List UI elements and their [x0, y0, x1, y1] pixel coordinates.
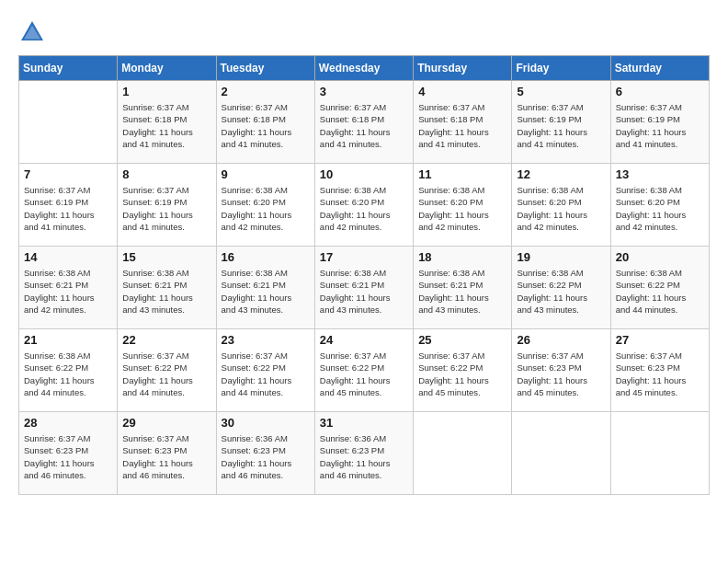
- day-number: 12: [517, 167, 605, 181]
- col-header-friday: Friday: [512, 56, 610, 81]
- day-number: 23: [222, 333, 310, 347]
- day-cell: [512, 412, 610, 495]
- day-cell: 2Sunrise: 6:37 AM Sunset: 6:18 PM Daylig…: [216, 81, 314, 164]
- calendar-body: 1Sunrise: 6:37 AM Sunset: 6:18 PM Daylig…: [19, 81, 710, 495]
- col-header-tuesday: Tuesday: [216, 56, 314, 81]
- day-info: Sunrise: 6:37 AM Sunset: 6:18 PM Dayligh…: [122, 101, 210, 150]
- day-cell: [414, 412, 512, 495]
- day-cell: 13Sunrise: 6:38 AM Sunset: 6:20 PM Dayli…: [610, 164, 709, 247]
- day-info: Sunrise: 6:37 AM Sunset: 6:23 PM Dayligh…: [24, 432, 112, 481]
- day-number: 24: [320, 333, 408, 347]
- page-header: [18, 18, 710, 46]
- day-info: Sunrise: 6:37 AM Sunset: 6:18 PM Dayligh…: [418, 101, 506, 150]
- day-info: Sunrise: 6:38 AM Sunset: 6:21 PM Dayligh…: [122, 267, 210, 316]
- day-number: 21: [24, 333, 112, 347]
- day-cell: [19, 81, 118, 164]
- day-info: Sunrise: 6:37 AM Sunset: 6:19 PM Dayligh…: [122, 184, 210, 233]
- day-info: Sunrise: 6:37 AM Sunset: 6:18 PM Dayligh…: [222, 101, 310, 150]
- day-cell: 17Sunrise: 6:38 AM Sunset: 6:21 PM Dayli…: [314, 247, 413, 329]
- col-header-monday: Monday: [118, 56, 216, 81]
- logo: [18, 18, 50, 46]
- day-info: Sunrise: 6:37 AM Sunset: 6:22 PM Dayligh…: [222, 350, 310, 398]
- day-cell: 23Sunrise: 6:37 AM Sunset: 6:22 PM Dayli…: [216, 329, 314, 412]
- day-info: Sunrise: 6:37 AM Sunset: 6:22 PM Dayligh…: [320, 350, 408, 398]
- day-info: Sunrise: 6:38 AM Sunset: 6:20 PM Dayligh…: [222, 184, 310, 233]
- calendar-table: SundayMondayTuesdayWednesdayThursdayFrid…: [18, 55, 710, 495]
- week-row-4: 21Sunrise: 6:38 AM Sunset: 6:22 PM Dayli…: [19, 329, 710, 412]
- day-info: Sunrise: 6:36 AM Sunset: 6:23 PM Dayligh…: [222, 432, 310, 481]
- week-row-3: 14Sunrise: 6:38 AM Sunset: 6:21 PM Dayli…: [19, 247, 710, 329]
- day-cell: 10Sunrise: 6:38 AM Sunset: 6:20 PM Dayli…: [314, 164, 413, 247]
- day-cell: 29Sunrise: 6:37 AM Sunset: 6:23 PM Dayli…: [118, 412, 216, 495]
- day-cell: 14Sunrise: 6:38 AM Sunset: 6:21 PM Dayli…: [19, 247, 118, 329]
- day-cell: 4Sunrise: 6:37 AM Sunset: 6:18 PM Daylig…: [414, 81, 512, 164]
- day-cell: 19Sunrise: 6:38 AM Sunset: 6:22 PM Dayli…: [512, 247, 610, 329]
- day-number: 15: [122, 250, 210, 264]
- day-info: Sunrise: 6:37 AM Sunset: 6:22 PM Dayligh…: [122, 350, 210, 398]
- day-number: 20: [616, 250, 704, 264]
- day-cell: 26Sunrise: 6:37 AM Sunset: 6:23 PM Dayli…: [512, 329, 610, 412]
- day-number: 18: [418, 250, 506, 264]
- day-cell: 11Sunrise: 6:38 AM Sunset: 6:20 PM Dayli…: [414, 164, 512, 247]
- week-row-5: 28Sunrise: 6:37 AM Sunset: 6:23 PM Dayli…: [19, 412, 710, 495]
- day-info: Sunrise: 6:38 AM Sunset: 6:21 PM Dayligh…: [320, 267, 408, 316]
- day-cell: 5Sunrise: 6:37 AM Sunset: 6:19 PM Daylig…: [512, 81, 610, 164]
- day-number: 29: [122, 416, 210, 430]
- day-cell: 24Sunrise: 6:37 AM Sunset: 6:22 PM Dayli…: [314, 329, 413, 412]
- calendar-header: SundayMondayTuesdayWednesdayThursdayFrid…: [19, 56, 710, 81]
- day-number: 27: [616, 333, 704, 347]
- day-number: 4: [418, 85, 506, 98]
- day-number: 25: [418, 333, 506, 347]
- col-header-thursday: Thursday: [414, 56, 512, 81]
- day-info: Sunrise: 6:37 AM Sunset: 6:23 PM Dayligh…: [122, 432, 210, 481]
- day-info: Sunrise: 6:37 AM Sunset: 6:19 PM Dayligh…: [24, 184, 112, 233]
- day-cell: 7Sunrise: 6:37 AM Sunset: 6:19 PM Daylig…: [19, 164, 118, 247]
- day-info: Sunrise: 6:38 AM Sunset: 6:21 PM Dayligh…: [24, 267, 112, 316]
- day-number: 30: [222, 416, 310, 430]
- day-cell: 3Sunrise: 6:37 AM Sunset: 6:18 PM Daylig…: [314, 81, 413, 164]
- day-cell: 20Sunrise: 6:38 AM Sunset: 6:22 PM Dayli…: [610, 247, 709, 329]
- week-row-2: 7Sunrise: 6:37 AM Sunset: 6:19 PM Daylig…: [19, 164, 710, 247]
- day-info: Sunrise: 6:38 AM Sunset: 6:21 PM Dayligh…: [222, 267, 310, 316]
- day-info: Sunrise: 6:38 AM Sunset: 6:22 PM Dayligh…: [24, 350, 112, 398]
- day-cell: 31Sunrise: 6:36 AM Sunset: 6:23 PM Dayli…: [314, 412, 413, 495]
- day-number: 3: [320, 85, 408, 98]
- col-header-saturday: Saturday: [610, 56, 709, 81]
- day-number: 26: [517, 333, 605, 347]
- logo-icon: [18, 18, 46, 46]
- day-cell: 30Sunrise: 6:36 AM Sunset: 6:23 PM Dayli…: [216, 412, 314, 495]
- day-number: 9: [222, 167, 310, 181]
- day-info: Sunrise: 6:38 AM Sunset: 6:22 PM Dayligh…: [616, 267, 704, 316]
- day-number: 22: [122, 333, 210, 347]
- day-number: 10: [320, 167, 408, 181]
- day-number: 17: [320, 250, 408, 264]
- day-info: Sunrise: 6:37 AM Sunset: 6:19 PM Dayligh…: [517, 101, 605, 150]
- day-number: 6: [616, 85, 704, 98]
- day-cell: 9Sunrise: 6:38 AM Sunset: 6:20 PM Daylig…: [216, 164, 314, 247]
- day-number: 28: [24, 416, 112, 430]
- day-info: Sunrise: 6:37 AM Sunset: 6:23 PM Dayligh…: [616, 350, 704, 398]
- day-cell: 22Sunrise: 6:37 AM Sunset: 6:22 PM Dayli…: [118, 329, 216, 412]
- day-number: 19: [517, 250, 605, 264]
- col-header-wednesday: Wednesday: [314, 56, 413, 81]
- day-info: Sunrise: 6:37 AM Sunset: 6:22 PM Dayligh…: [418, 350, 506, 398]
- day-cell: 6Sunrise: 6:37 AM Sunset: 6:19 PM Daylig…: [610, 81, 709, 164]
- day-cell: [610, 412, 709, 495]
- day-info: Sunrise: 6:38 AM Sunset: 6:22 PM Dayligh…: [517, 267, 605, 316]
- day-cell: 21Sunrise: 6:38 AM Sunset: 6:22 PM Dayli…: [19, 329, 118, 412]
- day-number: 7: [24, 167, 112, 181]
- day-number: 1: [122, 85, 210, 98]
- day-cell: 25Sunrise: 6:37 AM Sunset: 6:22 PM Dayli…: [414, 329, 512, 412]
- day-number: 31: [320, 416, 408, 430]
- col-header-sunday: Sunday: [19, 56, 118, 81]
- day-info: Sunrise: 6:37 AM Sunset: 6:23 PM Dayligh…: [517, 350, 605, 398]
- day-cell: 27Sunrise: 6:37 AM Sunset: 6:23 PM Dayli…: [610, 329, 709, 412]
- day-number: 5: [517, 85, 605, 98]
- day-info: Sunrise: 6:38 AM Sunset: 6:20 PM Dayligh…: [517, 184, 605, 233]
- day-cell: 15Sunrise: 6:38 AM Sunset: 6:21 PM Dayli…: [118, 247, 216, 329]
- week-row-1: 1Sunrise: 6:37 AM Sunset: 6:18 PM Daylig…: [19, 81, 710, 164]
- day-number: 14: [24, 250, 112, 264]
- day-cell: 18Sunrise: 6:38 AM Sunset: 6:21 PM Dayli…: [414, 247, 512, 329]
- day-cell: 1Sunrise: 6:37 AM Sunset: 6:18 PM Daylig…: [118, 81, 216, 164]
- day-info: Sunrise: 6:38 AM Sunset: 6:21 PM Dayligh…: [418, 267, 506, 316]
